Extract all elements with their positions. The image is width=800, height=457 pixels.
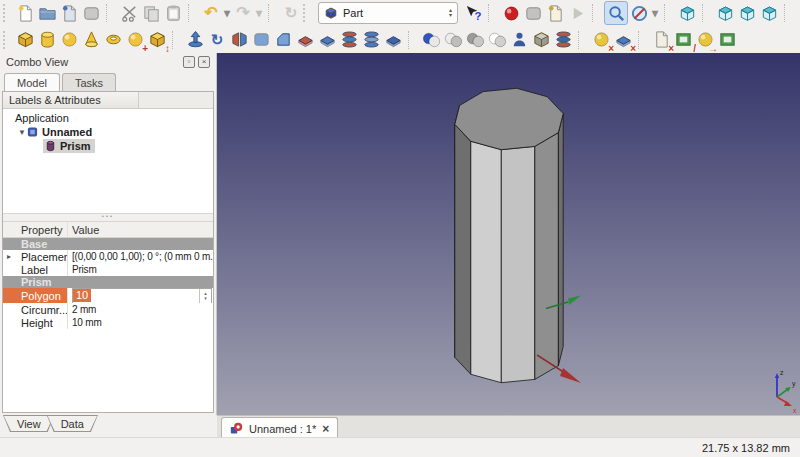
property-value-label[interactable]: Prism xyxy=(68,263,213,276)
macro-stop-icon[interactable] xyxy=(522,2,544,24)
tree-item-application[interactable]: Application xyxy=(3,111,213,125)
print-icon[interactable] xyxy=(80,2,102,24)
property-row-circumr[interactable]: Circumr...2 mm xyxy=(3,303,213,316)
property-row-label[interactable]: LabelPrism xyxy=(3,263,213,276)
property-value-height[interactable]: 10 mm xyxy=(68,316,213,329)
whats-this-icon[interactable]: ? xyxy=(462,2,484,24)
part-revolve-icon[interactable]: ↻ xyxy=(206,29,228,51)
save-file-icon[interactable] xyxy=(58,2,80,24)
draw-style-icon[interactable] xyxy=(628,2,650,24)
view-rear-icon[interactable] xyxy=(796,2,800,24)
part-check-shape-icon[interactable] xyxy=(508,29,530,51)
part-fillet-icon[interactable] xyxy=(250,29,272,51)
part-box-icon[interactable] xyxy=(14,29,36,51)
view-top-icon[interactable] xyxy=(736,2,758,24)
part-loft-icon[interactable] xyxy=(338,29,360,51)
undo-icon[interactable]: ↶ xyxy=(200,2,222,24)
macro-edit-icon[interactable] xyxy=(544,2,566,24)
new-file-icon[interactable] xyxy=(14,2,36,24)
expander-icon[interactable]: ▸ xyxy=(7,252,11,261)
3d-viewport[interactable]: z y x xyxy=(217,53,800,415)
check-geometry-icon[interactable]: × xyxy=(590,29,612,51)
part-torus-icon[interactable] xyxy=(102,29,124,51)
combo-view-titlebar[interactable]: Combo View ▫ × xyxy=(0,53,216,70)
part-mirror-icon[interactable] xyxy=(228,29,250,51)
property-label-height[interactable]: Height xyxy=(3,316,68,329)
tree-item-prism[interactable]: Prism xyxy=(3,139,213,153)
property-row-height[interactable]: Height10 mm xyxy=(3,316,213,329)
part-cut-icon[interactable] xyxy=(442,29,464,51)
cut-icon[interactable] xyxy=(118,2,140,24)
part-makeface-icon[interactable] xyxy=(294,29,316,51)
polygon-spinbox[interactable]: 10▴▾ xyxy=(72,288,212,303)
part-chamfer-icon[interactable] xyxy=(272,29,294,51)
panel-float-icon[interactable]: ▫ xyxy=(183,56,195,68)
part-section-icon[interactable] xyxy=(382,29,404,51)
tree-item-unnamed-document[interactable]: ▼ Unnamed xyxy=(3,125,213,139)
column-header-value[interactable]: Value xyxy=(68,222,213,237)
redo-dropdown-icon[interactable]: ▾ xyxy=(254,2,264,24)
property-label-label[interactable]: Label xyxy=(3,263,68,276)
property-group-base[interactable]: Base xyxy=(3,238,213,250)
part-cross-sections-icon[interactable] xyxy=(552,29,574,51)
column-header-property[interactable]: Property xyxy=(3,222,68,237)
property-value-circumr[interactable]: 2 mm xyxy=(68,303,213,316)
part-boolean-icon[interactable] xyxy=(420,29,442,51)
tab-close-icon[interactable]: × xyxy=(322,423,329,435)
property-value-placement[interactable]: [(0,00 0,00 1,00); 0 °; (0 mm 0 m... xyxy=(68,250,213,263)
part-compound-icon[interactable] xyxy=(530,29,552,51)
tree-column-header[interactable]: Labels & Attributes xyxy=(3,92,213,109)
part-ruledsurface-icon[interactable] xyxy=(316,29,338,51)
refresh-icon[interactable]: ↻ xyxy=(280,2,302,24)
tab-model[interactable]: Model xyxy=(4,73,60,91)
redo-icon[interactable]: ↷ xyxy=(232,2,254,24)
paste-icon[interactable] xyxy=(162,2,184,24)
part-cylinder-icon[interactable] xyxy=(36,29,58,51)
property-row-placement[interactable]: ▸Placement[(0,00 0,00 1,00); 0 °; (0 mm … xyxy=(3,250,213,263)
combo-spinner-icon[interactable]: ▴▾ xyxy=(449,8,452,18)
macro-play-icon[interactable] xyxy=(566,2,588,24)
view-right-icon[interactable] xyxy=(758,2,780,24)
refine-shape-icon[interactable]: × xyxy=(612,29,634,51)
part-sphere-icon[interactable] xyxy=(58,29,80,51)
tab-tasks[interactable]: Tasks xyxy=(62,73,116,91)
workbench-selector[interactable]: Part▴▾ xyxy=(318,2,458,24)
part-union-icon[interactable] xyxy=(464,29,486,51)
property-group-prism[interactable]: Prism xyxy=(3,276,213,288)
expand-arrow-icon[interactable]: ▼ xyxy=(17,128,27,137)
property-label-polygon[interactable]: Polygon xyxy=(3,288,68,303)
property-row-polygon[interactable]: Polygon10▴▾ xyxy=(3,288,213,303)
tab-view[interactable]: View xyxy=(3,415,55,432)
defeaturing-panel-icon[interactable] xyxy=(716,29,738,51)
document-tab-unnamed[interactable]: Unnamed : 1* × xyxy=(221,417,338,439)
toolbar-separator xyxy=(408,31,417,49)
property-editor: Property Value Base▸Placement[(0,00 0,00… xyxy=(3,222,213,412)
macro-record-icon[interactable] xyxy=(500,2,522,24)
status-bar: 21.75 x 13.82 mm xyxy=(0,437,800,457)
prism-3d-object[interactable] xyxy=(455,88,563,382)
undo-dropdown-icon[interactable]: ▾ xyxy=(222,2,232,24)
tab-data[interactable]: Data xyxy=(47,415,98,432)
part-shapebuilder-icon[interactable]: + xyxy=(124,29,146,51)
zoom-fit-all-icon[interactable] xyxy=(604,1,628,25)
panel-close-icon[interactable]: × xyxy=(198,56,210,68)
part-sweep-icon[interactable] xyxy=(360,29,382,51)
part-primitives-icon[interactable]: ↕ xyxy=(146,29,168,51)
property-label-circumr[interactable]: Circumr... xyxy=(3,303,68,316)
view-axonometric-icon[interactable] xyxy=(676,2,698,24)
part-cone-icon[interactable] xyxy=(80,29,102,51)
draw-style-dropdown-icon[interactable]: ▾ xyxy=(650,2,660,24)
panel-splitter[interactable]: ••• xyxy=(3,213,213,222)
part-common-icon[interactable] xyxy=(486,29,508,51)
defeaturing-icon[interactable]: / xyxy=(672,29,694,51)
view-front-icon[interactable] xyxy=(714,2,736,24)
spinbox-arrows-icon[interactable]: ▴▾ xyxy=(199,289,211,303)
property-value-polygon[interactable]: 10▴▾ xyxy=(68,288,213,303)
open-file-icon[interactable] xyxy=(36,2,58,24)
sketch-validate-icon[interactable]: × xyxy=(650,29,672,51)
prism-icon xyxy=(45,140,56,152)
part-extrude-icon[interactable] xyxy=(184,29,206,51)
copy-icon[interactable] xyxy=(140,2,162,24)
hole-removal-icon[interactable]: → xyxy=(694,29,716,51)
property-label-placement[interactable]: ▸Placement xyxy=(3,250,68,263)
